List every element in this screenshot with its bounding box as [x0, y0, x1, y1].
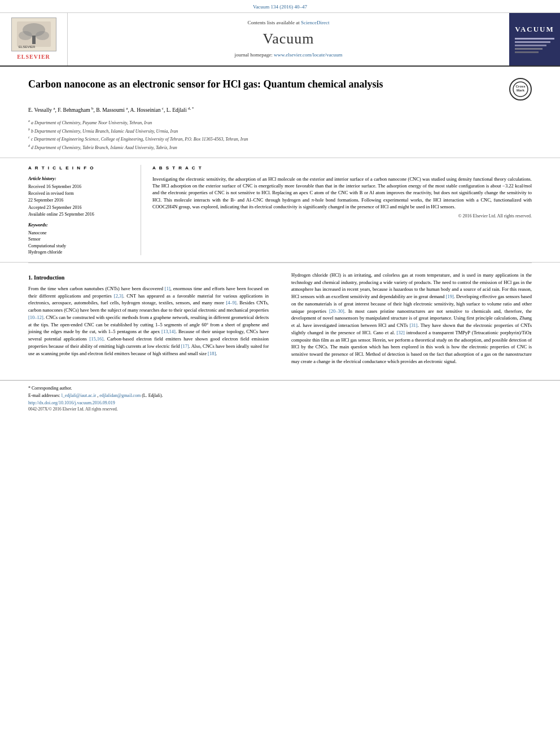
ref-13-14[interactable]: [13,14] [161, 329, 176, 334]
authors-line: E. Vessally a, F. Behmagham b, B. Massou… [28, 106, 532, 114]
abstract-heading: A B S T R A C T [152, 165, 532, 171]
elsevier-tree-svg: ELSEVIER [14, 19, 54, 50]
body-left-column: 1. Introduction From the time when carbo… [28, 272, 274, 369]
top-bar: Vacuum 134 (2016) 40–47 [0, 0, 560, 13]
email-1-link[interactable]: l_edjlali@iaut.ac.ir [62, 393, 97, 398]
keywords-section: Keywords: Nanocone Sensor Computational … [28, 222, 132, 255]
ref-4-9[interactable]: [4–9] [226, 300, 236, 305]
received-line: Received 16 September 2016 [28, 184, 132, 190]
ref-31[interactable]: [31] [410, 322, 418, 328]
abstract-column: A B S T R A C T Investigating the electr… [152, 165, 532, 255]
author-2: F. Behmagham b, [58, 107, 96, 113]
affiliation-d: d d Department of Chemistry, Tabriz Bran… [28, 143, 532, 151]
footer-section: * Corresponding author. E-mail addresses… [0, 380, 560, 415]
svg-text:Cross: Cross [515, 85, 526, 88]
sciencedirect-link[interactable]: ScienceDirect [301, 20, 329, 25]
article-title-text: Carbon nanocone as an electronic sensor … [28, 78, 509, 91]
author-5: L. Edjlali d, * [167, 107, 194, 113]
keywords-label: Keywords: [28, 222, 132, 228]
affiliation-b: b b Department of Chemistry, Urmia Branc… [28, 127, 532, 135]
keyword-nanocone: Nanocone [28, 230, 132, 236]
article-history-label: Article history: [28, 176, 132, 182]
homepage-line: journal homepage: www.elsevier.com/locat… [235, 51, 343, 59]
affiliation-c: c c Department of Engineering Science, C… [28, 135, 532, 143]
accepted-line: Accepted 23 September 2016 [28, 204, 132, 211]
ref-19[interactable]: [19] [446, 294, 454, 299]
page: Vacuum 134 (2016) 40–47 ELSEVIER ELSEVIE… [0, 0, 560, 747]
article-header: Carbon nanocone as an electronic sensor … [0, 67, 560, 158]
journal-header: ELSEVIER ELSEVIER Contents lists availab… [0, 13, 560, 67]
available-line: Available online 25 September 2016 [28, 211, 132, 217]
revised-label: Received in revised form [28, 190, 132, 196]
crossmark-icon: Cross Mark [513, 81, 528, 97]
svg-rect-4 [32, 36, 36, 44]
affiliations: a a Department of Chemistry, Payame Noor… [28, 119, 532, 151]
section-label: Introduction [34, 274, 64, 281]
email-line: E-mail addresses: l_edjlali@iaut.ac.ir ,… [28, 392, 532, 399]
journal-title: Vacuum [262, 29, 314, 49]
author-3: B. Massoumi a, [96, 107, 130, 113]
article-info-column: A R T I C L E I N F O Article history: R… [28, 165, 141, 255]
ref-18[interactable]: [18] [208, 351, 216, 356]
abstract-text: Investigating the electronic sensitivity… [152, 176, 532, 211]
email-label: E-mail addresses: [28, 393, 60, 398]
email-author-name: (L. Edjlali). [142, 393, 163, 398]
contents-line: Contents lists available at ScienceDirec… [248, 19, 330, 27]
article-info-heading: A R T I C L E I N F O [28, 165, 132, 171]
author-1: E. Vessally a, [28, 107, 58, 113]
intro-para-1: From the time when carbon nanotubes (CNT… [28, 285, 269, 357]
doi-line: http://dx.doi.org/10.1016/j.vacuum.2016.… [28, 400, 532, 406]
copyright-line: © 2016 Elsevier Ltd. All rights reserved… [152, 213, 532, 219]
section-number: 1. [28, 274, 33, 281]
svg-point-2 [19, 31, 32, 40]
introduction-title: 1. Introduction [28, 274, 269, 282]
homepage-url[interactable]: www.elsevier.com/locate/vacuum [274, 52, 342, 58]
ref-20-30[interactable]: [20–30] [329, 308, 344, 314]
homepage-label: journal homepage: [235, 52, 274, 58]
affiliation-a: a a Department of Chemistry, Payame Noor… [28, 119, 532, 126]
ref-1[interactable]: [1] [165, 286, 170, 291]
journal-ref: Vacuum 134 (2016) 40–47 [253, 4, 307, 10]
vacuum-logo: VACUUM [509, 13, 560, 65]
keyword-computational: Computational study [28, 243, 132, 249]
intro-para-2: Hydrogen chloride (HCl) is an irritating… [291, 272, 532, 365]
crossmark-badge: Cross Mark [509, 78, 532, 101]
ref-10-12[interactable]: [10–12] [28, 314, 43, 320]
elsevier-logo-image: ELSEVIER [11, 18, 56, 51]
body-right-column: Hydrogen chloride (HCl) is an irritating… [286, 272, 532, 369]
body-content: 1. Introduction From the time when carbo… [0, 263, 560, 377]
ref-15-16[interactable]: [15,16] [89, 336, 103, 342]
contents-label: Contents lists available at [248, 20, 301, 25]
article-title-block: Carbon nanocone as an electronic sensor … [28, 78, 532, 101]
ref-32[interactable]: [32] [397, 330, 405, 335]
svg-point-3 [36, 31, 49, 40]
vacuum-logo-text: VACUUM [515, 24, 554, 34]
elsevier-text-label: ELSEVIER [17, 53, 50, 61]
keyword-sensor: Sensor [28, 236, 132, 242]
email-2-link[interactable]: edjlalidan@gmail.com [99, 393, 141, 398]
article-info-abstract: A R T I C L E I N F O Article history: R… [0, 158, 560, 263]
corresponding-label-text: * Corresponding author. [28, 386, 72, 391]
author-4: A. Hosseinian c, [130, 107, 167, 113]
revised-date: 22 September 2016 [28, 197, 132, 203]
issn-line: 0042-207X/© 2016 Elsevier Ltd. All right… [28, 407, 532, 413]
keyword-hcl: Hydrogen chloride [28, 249, 132, 255]
doi-link[interactable]: http://dx.doi.org/10.1016/j.vacuum.2016.… [28, 400, 115, 405]
journal-center: Contents lists available at ScienceDirec… [68, 13, 509, 65]
corresponding-author-label: * Corresponding author. [28, 385, 532, 391]
vacuum-logo-decorative [515, 37, 554, 54]
elsevier-logo-section: ELSEVIER ELSEVIER [0, 13, 68, 65]
ref-2-3[interactable]: [2,3] [114, 293, 123, 299]
svg-text:Mark: Mark [517, 89, 525, 92]
ref-17[interactable]: [17] [181, 343, 189, 349]
svg-text:ELSEVIER: ELSEVIER [19, 45, 36, 49]
